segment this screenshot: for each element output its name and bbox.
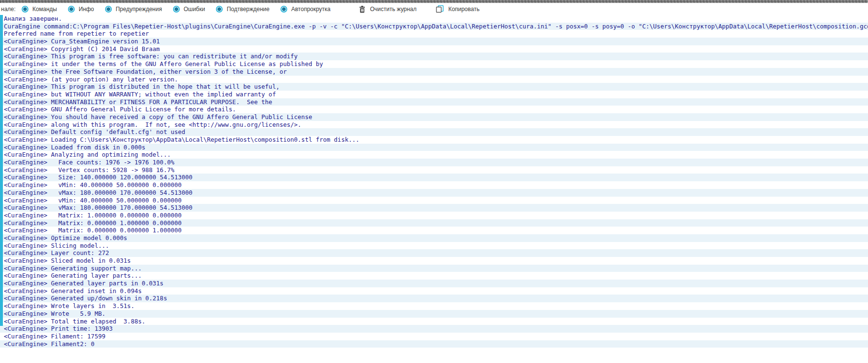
show-in-log-label: нале: <box>1 6 15 13</box>
log-line: <CuraEngine> Generated inset in 0.094s <box>0 287 868 295</box>
log-line: <CuraEngine> Analyzing and optimizing mo… <box>0 151 868 159</box>
log-line: <CuraEngine> Vertex counts: 5928 -> 988 … <box>0 166 868 174</box>
log-line: <CuraEngine> Matrix: 0.000000 0.000000 1… <box>0 227 868 234</box>
toolbar-actions: Очистить журнал Копировать <box>359 5 480 13</box>
log-line: Анализ завершен. <box>0 15 868 23</box>
toggle-commands[interactable]: Команды <box>22 6 57 13</box>
toggle-circle-icon <box>105 6 112 13</box>
log-line: <CuraEngine> This program is free softwa… <box>0 53 868 60</box>
clear-log-button[interactable]: Очистить журнал <box>359 5 417 13</box>
toggle-circle-icon <box>173 6 180 13</box>
log-line: Preferred name from repetier to repetier <box>0 30 868 38</box>
toggle-circle-icon <box>22 6 28 13</box>
log-line: <CuraEngine> Matrix: 1.000000 0.000000 0… <box>0 212 868 219</box>
toggle-label: Команды <box>32 6 57 13</box>
log-line: <CuraEngine> vMax: 180.000000 170.000000… <box>0 189 868 197</box>
log-line: <CuraEngine> Default config 'default.cfg… <box>0 128 868 136</box>
log-line: <CuraEngine> Filament: 17599 <box>0 333 868 340</box>
log-line: <CuraEngine> but WITHOUT ANY WARRANTY; w… <box>0 91 868 98</box>
log-selection-bar <box>0 15 3 326</box>
toggle-circle-icon <box>280 6 287 13</box>
trash-icon <box>359 5 366 13</box>
log-line: <CuraEngine> Loaded from disk in 0.000s <box>0 144 868 151</box>
log-line: <CuraEngine> vMin: 40.000000 50.000000 0… <box>0 197 868 204</box>
log-line: <CuraEngine> Generating support map... <box>0 265 868 272</box>
toggle-ack[interactable]: Подтверждение <box>216 6 269 13</box>
log-line: <CuraEngine> Face counts: 1976 -> 1976 1… <box>0 159 868 166</box>
log-line: <CuraEngine> it under the terms of the G… <box>0 60 868 68</box>
log-line: <CuraEngine> Layer count: 272 <box>0 249 868 257</box>
log-line: <CuraEngine> Copyright (C) 2014 David Br… <box>0 45 868 53</box>
log-line: CuraEngine command:C:\Program Files\Repe… <box>0 23 868 30</box>
log-line: <CuraEngine> You should have received a … <box>0 113 868 121</box>
toggle-circle-icon <box>216 6 223 13</box>
toggle-label: Подтверждение <box>227 6 269 13</box>
log-line: <CuraEngine> vMax: 180.000000 170.000000… <box>0 204 868 212</box>
toggle-group: КомандыИнфоПредупрежденияОшибкиПодтвержд… <box>22 6 330 13</box>
log-line: <CuraEngine> GNU Affero General Public L… <box>0 106 868 113</box>
toggle-label: Инфо <box>79 6 94 13</box>
log-line: <CuraEngine> Sliced model in 0.031s <box>0 257 868 265</box>
toggle-label: Ошибки <box>184 6 205 13</box>
copy-icon <box>436 5 444 13</box>
log-line: <CuraEngine> Filament2: 0 <box>0 340 868 348</box>
log-line: <CuraEngine> Generating layer parts... <box>0 272 868 280</box>
log-line: <CuraEngine> Size: 140.000000 120.000000… <box>0 174 868 181</box>
toggle-circle-icon <box>68 6 75 13</box>
clear-log-label: Очистить журнал <box>370 6 417 13</box>
toggle-label: Автопрокрутка <box>291 6 330 13</box>
toggle-warnings[interactable]: Предупреждения <box>105 6 162 13</box>
log-line: <CuraEngine> Optimize model 0.000s <box>0 234 868 242</box>
toggle-errors[interactable]: Ошибки <box>173 6 205 13</box>
toggle-autoscroll[interactable]: Автопрокрутка <box>280 6 330 13</box>
toggle-info[interactable]: Инфо <box>68 6 94 13</box>
log-line: <CuraEngine> (at your option) any later … <box>0 76 868 83</box>
log-line: <CuraEngine> vMin: 40.000000 50.000000 0… <box>0 181 868 189</box>
log-line: <CuraEngine> Total time elapsed 3.88s. <box>0 318 868 325</box>
log-line: <CuraEngine> Wrote layers in 3.51s. <box>0 302 868 310</box>
log-line: <CuraEngine> Matrix: 0.000000 1.000000 0… <box>0 219 868 227</box>
log-toolbar: нале: КомандыИнфоПредупрежденияОшибкиПод… <box>0 3 868 15</box>
log-line: <CuraEngine> the Free Software Foundatio… <box>0 68 868 76</box>
log-line: <CuraEngine> MERCHANTABILITY or FITNESS … <box>0 98 868 106</box>
log-line: <CuraEngine> along with this program. If… <box>0 121 868 129</box>
log-line: <CuraEngine> Generated up/down skin in 0… <box>0 295 868 302</box>
log-line: <CuraEngine> Cura_SteamEngine version 15… <box>0 38 868 45</box>
log-area[interactable]: Анализ завершен.CuraEngine command:C:\Pr… <box>0 15 868 363</box>
log-line: <CuraEngine> Slicing model... <box>0 242 868 250</box>
log-line: <CuraEngine> Generated layer parts in 0.… <box>0 280 868 287</box>
copy-button[interactable]: Копировать <box>436 5 480 13</box>
log-line: <CuraEngine> This program is distributed… <box>0 83 868 91</box>
log-line: <CuraEngine> Wrote 5.9 MB. <box>0 310 868 318</box>
log-line: <CuraEngine> Loading C:\Users\Конструкто… <box>0 136 868 144</box>
toggle-label: Предупреждения <box>116 6 162 13</box>
copy-label: Копировать <box>448 6 480 13</box>
log-line: <CuraEngine> Print time: 13903 <box>0 325 868 333</box>
